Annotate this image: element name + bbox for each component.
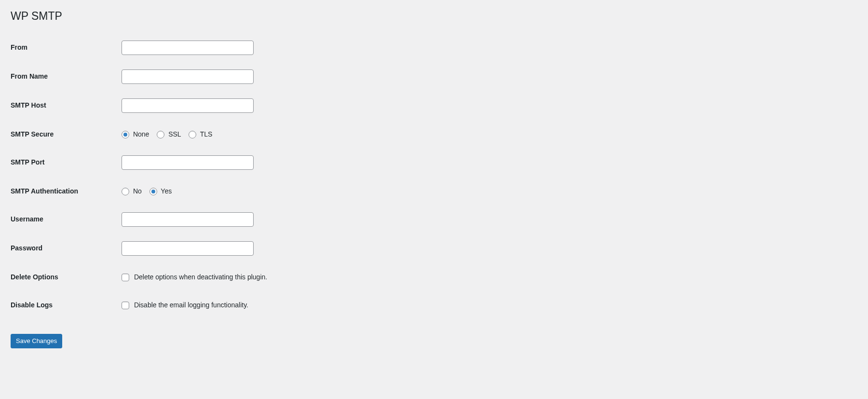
disable-logs-checkbox[interactable] (122, 302, 129, 309)
radio-text-none: None (133, 130, 149, 138)
password-input[interactable] (122, 241, 254, 256)
smtp-auth-radio-group: No Yes (122, 187, 854, 195)
label-from-name: From Name (11, 62, 117, 91)
checkbox-label-disable-logs[interactable]: Disable the email logging functionality. (122, 301, 248, 309)
label-delete-options: Delete Options (11, 263, 117, 291)
save-changes-button[interactable]: Save Changes (11, 334, 62, 348)
row-username: Username (11, 205, 858, 234)
username-input[interactable] (122, 212, 254, 227)
page-title: WP SMTP (11, 5, 858, 33)
radio-text-ssl: SSL (168, 130, 181, 138)
row-delete-options: Delete Options Delete options when deact… (11, 263, 858, 291)
label-smtp-auth: SMTP Authentication (11, 177, 117, 205)
settings-form-table: From From Name SMTP Host SMTP Secure (11, 33, 858, 319)
row-from: From (11, 33, 858, 62)
radio-label-no[interactable]: No (122, 187, 144, 195)
label-smtp-port: SMTP Port (11, 148, 117, 177)
radio-text-tls: TLS (200, 130, 213, 138)
smtp-secure-radio-group: None SSL TLS (122, 130, 854, 138)
radio-label-yes[interactable]: Yes (149, 187, 172, 195)
row-smtp-host: SMTP Host (11, 91, 858, 120)
label-smtp-secure: SMTP Secure (11, 120, 117, 148)
row-smtp-port: SMTP Port (11, 148, 858, 177)
smtp-host-input[interactable] (122, 98, 254, 113)
radio-text-no: No (133, 187, 142, 195)
submit-row: Save Changes (11, 324, 858, 358)
radio-none[interactable] (122, 131, 129, 138)
label-username: Username (11, 205, 117, 234)
settings-wrap: WP SMTP From From Name SMTP Host (11, 5, 858, 358)
label-smtp-host: SMTP Host (11, 91, 117, 120)
from-input[interactable] (122, 41, 254, 55)
radio-yes[interactable] (149, 188, 157, 195)
delete-options-checkbox[interactable] (122, 274, 129, 281)
label-disable-logs: Disable Logs (11, 291, 117, 319)
checkbox-text-disable-logs: Disable the email logging functionality. (134, 301, 248, 309)
row-disable-logs: Disable Logs Disable the email logging f… (11, 291, 858, 319)
from-name-input[interactable] (122, 69, 254, 84)
radio-label-ssl[interactable]: SSL (157, 130, 183, 138)
label-from: From (11, 33, 117, 62)
checkbox-text-delete-options: Delete options when deactivating this pl… (134, 273, 267, 281)
row-password: Password (11, 234, 858, 263)
radio-ssl[interactable] (157, 131, 164, 138)
smtp-port-input[interactable] (122, 155, 254, 170)
row-smtp-secure: SMTP Secure None SSL TLS (11, 120, 858, 148)
radio-no[interactable] (122, 188, 129, 195)
radio-tls[interactable] (189, 131, 196, 138)
radio-label-tls[interactable]: TLS (189, 130, 212, 138)
label-password: Password (11, 234, 117, 263)
radio-text-yes: Yes (161, 187, 172, 195)
radio-label-none[interactable]: None (122, 130, 151, 138)
row-smtp-auth: SMTP Authentication No Yes (11, 177, 858, 205)
checkbox-label-delete-options[interactable]: Delete options when deactivating this pl… (122, 273, 267, 281)
row-from-name: From Name (11, 62, 858, 91)
